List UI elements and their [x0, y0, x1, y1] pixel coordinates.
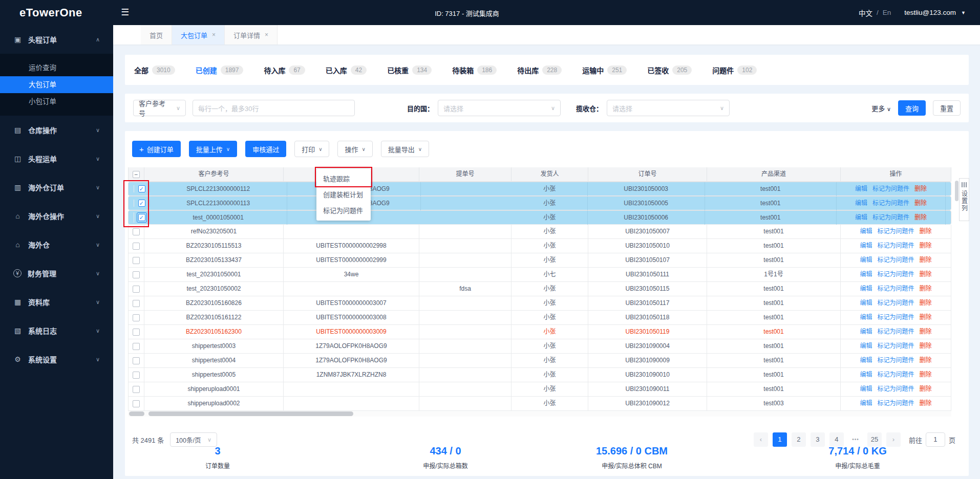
select-all-checkbox[interactable] [133, 171, 140, 178]
row-action-删除[interactable]: 删除 [920, 256, 932, 264]
row-checkbox[interactable] [133, 386, 140, 393]
row-checkbox[interactable] [133, 271, 140, 278]
row-action-标记为问题件[interactable]: 标记为问题件 [872, 214, 909, 221]
sidebar-item-overseas-orders[interactable]: ▥海外仓订单∨ [0, 173, 113, 202]
status-filter-已入库[interactable]: 已入库42 [326, 65, 367, 75]
page-size-select[interactable]: 100条/页 ∨ [170, 432, 217, 447]
row-action-标记为问题件[interactable]: 标记为问题件 [877, 256, 914, 264]
row-action-编辑[interactable]: 编辑 [860, 400, 872, 407]
row-action-标记为问题件[interactable]: 标记为问题件 [877, 271, 914, 278]
row-action-编辑[interactable]: 编辑 [860, 357, 872, 364]
user-email-menu[interactable]: testliu@123.com [904, 9, 956, 16]
reset-button[interactable]: 重置 [933, 100, 961, 116]
status-filter-待出库[interactable]: 待出库228 [517, 65, 562, 75]
user-caret-icon[interactable]: ▼ [961, 10, 966, 15]
status-filter-已创建[interactable]: 已创建1897 [196, 65, 244, 75]
tab-订单详情[interactable]: 订单详情× [225, 25, 278, 45]
context-menu-item-标记为问题件[interactable]: 标记为问题件 [316, 203, 371, 219]
status-filter-全部[interactable]: 全部3010 [134, 65, 175, 75]
row-checkbox[interactable] [133, 314, 140, 321]
sidebar-item-system-log[interactable]: ▧系统日志∨ [0, 316, 113, 345]
sidebar-item-first-leg-orders[interactable]: ▣头程订单∧ [0, 25, 113, 54]
row-action-编辑[interactable]: 编辑 [860, 385, 872, 393]
row-checkbox[interactable] [133, 357, 140, 364]
row-action-删除[interactable]: 删除 [920, 371, 932, 378]
sidebar-item-system-settings[interactable]: ⚙系统设置∨ [0, 345, 113, 374]
row-action-删除[interactable]: 删除 [920, 328, 932, 335]
sidebar-item-freight-inquiry[interactable]: 运价查询 [0, 59, 113, 76]
审核通过-button[interactable]: 审核通过 [245, 141, 286, 157]
prev-page-button[interactable]: ‹ [754, 432, 768, 447]
row-action-标记为问题件[interactable]: 标记为问题件 [877, 371, 914, 378]
创建订单-button[interactable]: +创建订单 [132, 141, 181, 157]
row-action-标记为问题件[interactable]: 标记为问题件 [877, 242, 914, 249]
close-icon[interactable]: × [265, 31, 268, 38]
lang-zh-link[interactable]: 中文 [859, 8, 872, 18]
row-action-标记为问题件[interactable]: 标记为问题件 [872, 200, 909, 207]
row-action-标记为问题件[interactable]: 标记为问题件 [877, 342, 914, 350]
操作-button[interactable]: 操作∨ [337, 141, 372, 157]
row-action-标记为问题件[interactable]: 标记为问题件 [877, 299, 914, 307]
row-action-删除[interactable]: 删除 [914, 200, 927, 207]
row-action-编辑[interactable]: 编辑 [860, 228, 872, 235]
pickup-warehouse-select[interactable]: 请选择 ∨ [607, 100, 730, 116]
sidebar-item-data-library[interactable]: ▦资料库∨ [0, 288, 113, 316]
tab-大包订单[interactable]: 大包订单× [172, 25, 225, 45]
sidebar-item-first-leg-waybill[interactable]: ◫头程运单∨ [0, 144, 113, 173]
status-filter-运输中[interactable]: 运输中251 [582, 65, 627, 75]
sidebar-item-big-parcel-orders[interactable]: 大包订单 [0, 76, 113, 93]
lang-en-link[interactable]: En [883, 9, 891, 16]
row-checkbox[interactable] [133, 243, 140, 250]
column-settings-tab[interactable]: 设置列 [959, 178, 969, 221]
row-action-删除[interactable]: 删除 [920, 342, 932, 350]
sidebar-item-small-parcel-orders[interactable]: 小包订单 [0, 93, 113, 110]
row-action-编辑[interactable]: 编辑 [860, 242, 872, 249]
vertical-scrollbar-thumb[interactable] [955, 181, 958, 201]
row-action-删除[interactable]: 删除 [920, 314, 932, 321]
page-button-3[interactable]: 3 [811, 432, 825, 447]
tab-首页[interactable]: 首页 [141, 25, 172, 45]
more-filters-toggle[interactable]: 更多 ∨ [871, 103, 891, 113]
row-action-删除[interactable]: 删除 [920, 228, 932, 235]
打印-button[interactable]: 打印∨ [294, 141, 329, 157]
reference-input[interactable]: 每行一个，最多30行 [193, 100, 355, 116]
row-action-编辑[interactable]: 编辑 [860, 256, 872, 264]
row-action-删除[interactable]: 删除 [920, 357, 932, 364]
row-action-标记为问题件[interactable]: 标记为问题件 [877, 328, 914, 335]
row-checkbox[interactable] [133, 286, 140, 293]
status-filter-已核重[interactable]: 已核重134 [387, 65, 432, 75]
goto-page-input[interactable]: 1 [926, 432, 945, 447]
row-action-编辑[interactable]: 编辑 [860, 271, 872, 278]
context-menu-item-轨迹跟踪[interactable]: 轨迹跟踪 [316, 171, 371, 187]
row-action-编辑[interactable]: 编辑 [860, 342, 872, 350]
row-checkbox[interactable] [133, 343, 140, 350]
row-action-编辑[interactable]: 编辑 [860, 328, 872, 335]
page-button-4[interactable]: 4 [829, 432, 844, 447]
page-button-2[interactable]: 2 [792, 432, 806, 447]
sidebar-item-overseas-warehouse[interactable]: ⌂海外仓∨ [0, 230, 113, 259]
page-button-25[interactable]: 25 [867, 432, 882, 447]
status-filter-待入库[interactable]: 待入库67 [264, 65, 305, 75]
row-checkbox[interactable] [133, 228, 140, 235]
row-action-编辑[interactable]: 编辑 [860, 299, 872, 307]
status-filter-问题件[interactable]: 问题件102 [712, 65, 757, 75]
collapse-menu-icon[interactable]: ☰ [121, 7, 129, 18]
row-action-删除[interactable]: 删除 [920, 271, 932, 278]
row-checkbox[interactable] [133, 329, 140, 336]
sidebar-item-overseas-ops[interactable]: ⌂海外仓操作∨ [0, 202, 113, 230]
search-button[interactable]: 查询 [898, 100, 926, 116]
horizontal-scrollbar-thumb[interactable] [129, 411, 144, 416]
row-action-标记为问题件[interactable]: 标记为问题件 [877, 357, 914, 364]
row-action-标记为问题件[interactable]: 标记为问题件 [877, 400, 914, 407]
next-page-button[interactable]: › [886, 432, 901, 447]
row-checkbox[interactable] [133, 257, 140, 264]
row-action-标记为问题件[interactable]: 标记为问题件 [877, 285, 914, 292]
vertical-scrollbar[interactable] [954, 167, 959, 411]
sidebar-item-finance[interactable]: ¥财务管理∨ [0, 259, 113, 288]
row-action-删除[interactable]: 删除 [920, 285, 932, 292]
row-action-删除[interactable]: 删除 [920, 400, 932, 407]
批量导出-button[interactable]: 批量导出∨ [381, 141, 429, 157]
row-action-标记为问题件[interactable]: 标记为问题件 [877, 385, 914, 393]
row-checkbox[interactable] [133, 300, 140, 307]
row-checkbox[interactable] [133, 400, 140, 407]
